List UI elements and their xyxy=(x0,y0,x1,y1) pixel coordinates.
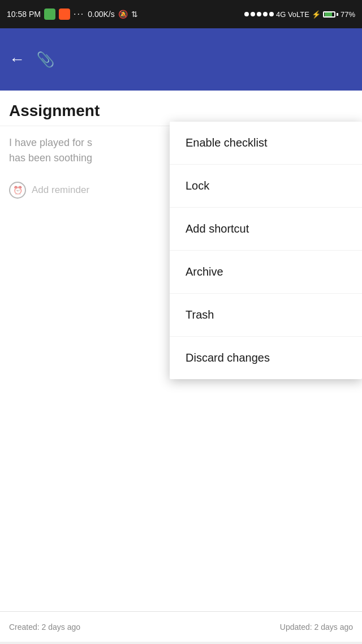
status-bar: 10:58 PM ··· 0.00K/s 🔕 ⇅ 4G VoLTE ⚡ 77% xyxy=(0,0,362,28)
back-button[interactable]: ← xyxy=(9,50,25,68)
app-icon-1 xyxy=(44,8,55,20)
menu-item-enable-checklist[interactable]: Enable checklist xyxy=(170,122,362,165)
app-bar: ← 📎 xyxy=(0,28,362,91)
menu-item-trash[interactable]: Trash xyxy=(170,294,362,337)
reminder-icon: ⏰ xyxy=(9,182,26,199)
status-right: 4G VoLTE ⚡ 77% xyxy=(244,10,355,19)
menu-item-archive[interactable]: Archive xyxy=(170,251,362,294)
dropdown-menu: Enable checklist Lock Add shortcut Archi… xyxy=(170,122,362,379)
attachment-icon[interactable]: 📎 xyxy=(36,51,54,68)
content-area: Assignment I have played for shas been s… xyxy=(0,91,362,642)
menu-item-lock[interactable]: Lock xyxy=(170,165,362,208)
signal-dots xyxy=(244,12,274,16)
lightning-icon: ⚡ xyxy=(312,10,321,19)
add-reminder-label: Add reminder xyxy=(32,184,89,196)
status-left: 10:58 PM ··· 0.00K/s 🔕 ⇅ xyxy=(7,8,138,20)
more-apps-icon: ··· xyxy=(74,9,84,19)
bottom-bar: Created: 2 days ago Updated: 2 days ago xyxy=(0,611,362,642)
updated-label: Updated: 2 days ago xyxy=(280,622,353,632)
battery-indicator xyxy=(323,11,338,18)
time-display: 10:58 PM xyxy=(7,10,41,19)
menu-item-add-shortcut[interactable]: Add shortcut xyxy=(170,208,362,251)
network-type: 4G VoLTE xyxy=(276,10,309,19)
created-label: Created: 2 days ago xyxy=(9,622,80,632)
mute-icon: 🔕 xyxy=(118,10,128,19)
note-body-text: I have played for shas been soothing xyxy=(9,137,92,164)
network-speed: 0.00K/s xyxy=(88,10,114,19)
menu-item-discard-changes[interactable]: Discard changes xyxy=(170,337,362,379)
app-icon-2 xyxy=(59,8,70,20)
note-title: Assignment xyxy=(0,91,362,126)
data-icon: ⇅ xyxy=(131,10,138,19)
battery-percent: 77% xyxy=(341,10,355,19)
